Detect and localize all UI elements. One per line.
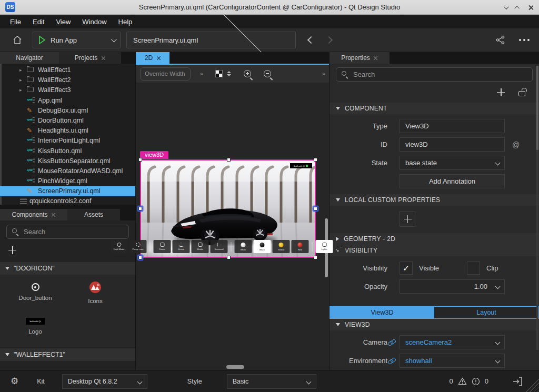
tree-item-pinchwidget-qml[interactable]: PinchWidget.qml: [0, 176, 135, 186]
resize-handle-mid-right[interactable]: [314, 207, 317, 210]
tab-2d[interactable]: 2D: [136, 52, 169, 64]
more-options-icon[interactable]: [519, 39, 521, 41]
collapse-triangle-icon[interactable]: [336, 323, 340, 326]
open-output-pane-icon[interactable]: [512, 376, 523, 387]
resize-handle-mid-left[interactable]: [138, 207, 142, 210]
tab-projects[interactable]: Projects: [59, 52, 121, 64]
properties-search-input[interactable]: [336, 67, 533, 82]
add-custom-property-button[interactable]: [400, 211, 415, 227]
opacity-field[interactable]: 1.00: [400, 279, 505, 294]
tree-item-kissbuttonseparator-qml[interactable]: KissButtonSeparator.qml: [0, 156, 135, 166]
tab-properties[interactable]: Properties: [330, 52, 390, 64]
visible-checkbox-checked[interactable]: ✓: [400, 262, 413, 275]
stepper-icon[interactable]: [227, 71, 231, 76]
minimize-icon[interactable]: [504, 4, 509, 9]
component-logo[interactable]: built with Qt Logo: [5, 314, 65, 346]
type-field[interactable]: View3D: [400, 119, 505, 133]
run-app-button[interactable]: Run App: [33, 32, 121, 48]
tree-item-mouserotatorandwasd-qml[interactable]: MouseRotatorAndWASD.qml: [0, 166, 135, 176]
collapse-triangle-icon[interactable]: [336, 107, 340, 110]
camera-dropdown[interactable]: sceneCamera2: [400, 335, 505, 349]
component-section-header[interactable]: COMPONENT: [330, 103, 539, 114]
resize-handle-top-left[interactable]: [138, 158, 142, 162]
tree-item-debugbox-ui-qml[interactable]: ✎DebugBox.ui.qml: [0, 106, 135, 116]
close-icon[interactable]: [528, 5, 534, 11]
tree-item-headlights-ui-qml[interactable]: ✎Headlights.ui.qml: [0, 126, 135, 136]
component-door-button[interactable]: Door_button: [5, 280, 65, 313]
scene-color-black-button-selected[interactable]: Black: [254, 240, 271, 253]
binding-link-icon[interactable]: [388, 357, 395, 365]
add-property-icon[interactable]: [497, 88, 505, 96]
tree-item-screenprimary-ui-qml-selected[interactable]: ✎ScreenPrimary.ui.qml: [0, 186, 135, 196]
unlock-icon[interactable]: [518, 91, 525, 96]
scene-camera-button[interactable]: Persp. cam: [129, 240, 147, 253]
properties-scrollbar[interactable]: [536, 66, 538, 350]
toolbar-overflow-icon[interactable]: »: [200, 71, 203, 77]
add-module-icon[interactable]: [8, 246, 16, 254]
environment-dropdown[interactable]: showhall: [400, 354, 505, 368]
id-field[interactable]: view3D: [400, 137, 505, 152]
alias-export-icon[interactable]: @: [512, 140, 520, 149]
geometry-2d-header[interactable]: GEOMETRY - 2D: [330, 233, 539, 245]
resize-handle-bottom-left[interactable]: [138, 256, 142, 259]
tab-assets[interactable]: Assets: [67, 209, 120, 220]
binding-link-icon[interactable]: [388, 339, 395, 346]
tree-item-doorbutton-qml[interactable]: DoorButton.qml: [0, 116, 135, 126]
scene-dark-mode-button[interactable]: Dark Mode: [111, 240, 128, 253]
component-icons[interactable]: Icons: [65, 280, 125, 313]
resize-handle-top-right[interactable]: [314, 158, 317, 162]
expand-arrow-icon[interactable]: ▸: [19, 65, 22, 75]
collapse-triangle-icon[interactable]: [5, 353, 9, 356]
subtab-layout[interactable]: Layout: [434, 307, 538, 318]
tree-item-walleffect3-folder[interactable]: ▸WallEffect3: [0, 85, 135, 95]
scene-color-white-button[interactable]: White: [235, 240, 252, 253]
tab-components-close-icon[interactable]: [52, 213, 56, 217]
kit-settings-gear-icon[interactable]: ⚙: [11, 376, 18, 387]
tab-navigator[interactable]: Navigator: [0, 52, 59, 64]
resize-handle-top-center[interactable]: [227, 158, 231, 162]
collapse-triangle-icon[interactable]: [5, 267, 9, 270]
section-walleffect1-header[interactable]: "WALLEFFECT1": [0, 348, 135, 361]
menu-view[interactable]: View: [51, 16, 75, 27]
expand-arrow-icon[interactable]: ▸: [19, 85, 22, 95]
state-dropdown[interactable]: base state: [400, 156, 505, 170]
expand-arrow-icon[interactable]: ▸: [19, 75, 22, 85]
style-dropdown[interactable]: Basic: [227, 374, 316, 389]
tree-item-app-qml[interactable]: App.qml: [0, 96, 135, 106]
scene-lights-button[interactable]: Lights: [316, 240, 333, 253]
background-toggle-icon[interactable]: [215, 70, 223, 77]
collapse-triangle-icon[interactable]: [336, 198, 340, 202]
scene-collapse-button[interactable]: –: [337, 243, 346, 250]
run-app-dropdown-icon[interactable]: [111, 36, 117, 42]
section-dooricon-header[interactable]: "DOORICON": [0, 262, 135, 275]
scene-venue-button[interactable]: Venue: [173, 240, 190, 253]
scene-color-red-button[interactable]: Red: [292, 240, 309, 253]
subtab-view3d[interactable]: View3D: [330, 307, 434, 318]
scene-color-yellow-button[interactable]: Yellow: [273, 240, 290, 253]
zoom-in-icon[interactable]: [244, 70, 251, 77]
design-canvas[interactable]: view3D: [136, 83, 329, 370]
back-button[interactable]: [307, 36, 315, 44]
visibility-header[interactable]: VISIBILITY: [330, 245, 539, 256]
resize-handle-bottom-right[interactable]: [314, 256, 317, 259]
override-width-input[interactable]: [140, 67, 191, 81]
tree-item-interiorpointlight-qml[interactable]: InteriorPointLight.qml: [0, 136, 135, 146]
open-file-dropdown[interactable]: ScreenPrimary.ui.qml: [126, 32, 296, 48]
view3d-section-header[interactable]: VIEW3D: [330, 319, 539, 330]
tab-projects-close-icon[interactable]: [101, 56, 105, 60]
scene-shake-button[interactable]: Shake: [192, 240, 209, 253]
scene-doors-button[interactable]: Doors: [154, 240, 171, 253]
tree-item-kissbutton-qml[interactable]: KissButton.qml: [0, 146, 135, 156]
tree-item-walleffect2-folder[interactable]: ▸WallEffect2: [0, 75, 135, 85]
toolbar-overflow-right-icon[interactable]: »: [322, 71, 325, 77]
share-icon[interactable]: [496, 35, 505, 45]
clip-checkbox-unchecked[interactable]: [467, 262, 480, 275]
window-resize-grip[interactable]: [525, 378, 539, 392]
local-custom-properties-header[interactable]: LOCAL CUSTOM PROPERTIES: [330, 194, 539, 206]
resize-handle-bottom-center[interactable]: [227, 256, 231, 259]
home-button[interactable]: [9, 35, 25, 45]
menu-file[interactable]: File: [5, 16, 26, 27]
tree-item-qtquickcontrols2-conf[interactable]: qtquickcontrols2.conf: [0, 196, 135, 205]
menu-help[interactable]: Help: [114, 16, 137, 27]
scene-surround-button[interactable]: Surround: [211, 240, 228, 253]
